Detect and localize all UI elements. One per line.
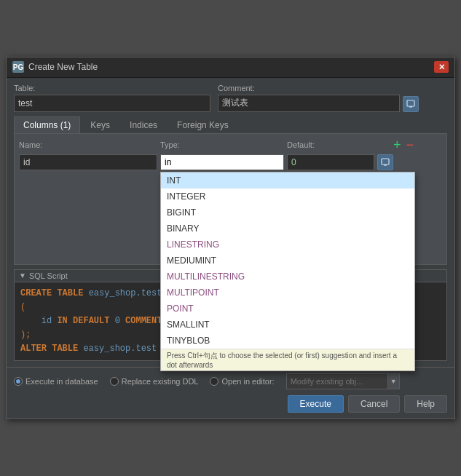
help-button[interactable]: Help xyxy=(404,395,447,413)
radio-execute-in-db-circle xyxy=(14,377,23,386)
radio-open-editor[interactable]: Open in editor: xyxy=(210,377,274,386)
tab-foreign-keys[interactable]: Foreign Keys xyxy=(168,116,238,133)
autocomplete-item-3[interactable]: BINARY xyxy=(161,221,414,237)
autocomplete-item-2[interactable]: BIGINT xyxy=(161,205,414,221)
sql-title: SQL Script xyxy=(29,271,68,280)
dialog-body: Table: Comment: Columns (1) Keys Indices… xyxy=(7,78,454,368)
close-button[interactable]: ✕ xyxy=(434,61,449,73)
autocomplete-dropdown: INT INTEGER BIGINT BINARY LINESTRING MED… xyxy=(160,172,415,371)
execute-button[interactable]: Execute xyxy=(288,395,344,413)
svg-rect-0 xyxy=(407,100,414,106)
column-row-0: INT INTEGER BIGINT BINARY LINESTRING MED… xyxy=(19,154,442,170)
modify-input-group: ▼ xyxy=(286,373,400,389)
sql-arrow-icon: ▼ xyxy=(19,271,26,279)
comment-input[interactable] xyxy=(218,95,400,112)
tab-keys[interactable]: Keys xyxy=(81,116,119,133)
name-col-label: Name: xyxy=(19,140,157,149)
radio-open-editor-circle xyxy=(210,377,218,386)
add-column-button[interactable]: + xyxy=(392,138,403,151)
radio-execute-in-db[interactable]: Execute in database xyxy=(14,377,98,386)
column-header-row: Name: Type: Default: + − xyxy=(19,138,442,151)
radio-replace-ddl[interactable]: Replace existing DDL xyxy=(110,377,199,386)
radio-open-editor-label: Open in editor: xyxy=(221,377,274,386)
button-row: Execute Cancel Help xyxy=(14,395,447,413)
title-bar-left: PG Create New Table xyxy=(12,61,98,73)
bottom-section: Execute in database Replace existing DDL… xyxy=(7,367,454,419)
table-label: Table: xyxy=(14,84,210,92)
tab-columns[interactable]: Columns (1) xyxy=(14,116,80,133)
col-name-input[interactable] xyxy=(19,154,157,170)
pg-icon: PG xyxy=(12,61,24,73)
tab-indices[interactable]: Indices xyxy=(120,116,167,133)
autocomplete-item-0[interactable]: INT xyxy=(161,172,414,189)
col-type-input[interactable] xyxy=(160,154,284,170)
radio-replace-ddl-circle xyxy=(110,377,119,386)
tab-content-columns: Name: Type: Default: + − INT xyxy=(14,134,447,265)
type-col-label: Type: xyxy=(160,140,284,149)
radio-execute-in-db-label: Execute in database xyxy=(25,377,98,386)
remove-column-button[interactable]: − xyxy=(405,138,416,151)
modify-existing-input[interactable] xyxy=(286,373,388,389)
comment-row xyxy=(218,95,419,112)
tabs-bar: Columns (1) Keys Indices Foreign Keys xyxy=(14,116,447,134)
col-comment-btn[interactable] xyxy=(377,154,393,170)
comment-field-group: Comment: xyxy=(218,84,419,112)
table-input[interactable] xyxy=(14,95,210,112)
autocomplete-item-1[interactable]: INTEGER xyxy=(161,189,414,205)
autocomplete-item-7[interactable]: MULTIPOINT xyxy=(161,285,414,301)
default-col-label: Default: xyxy=(287,140,389,149)
autocomplete-item-5[interactable]: MEDIUMINT xyxy=(161,253,414,269)
autocomplete-item-9[interactable]: SMALLINT xyxy=(161,317,414,333)
radio-options-row: Execute in database Replace existing DDL… xyxy=(14,373,447,389)
comment-label: Comment: xyxy=(218,84,419,92)
title-bar: PG Create New Table ✕ xyxy=(7,57,454,78)
cancel-button[interactable]: Cancel xyxy=(348,395,400,413)
create-table-dialog: PG Create New Table ✕ Table: Comment: xyxy=(6,57,455,420)
col-default-input[interactable] xyxy=(287,154,374,170)
autocomplete-item-6[interactable]: MULTILINESTRING xyxy=(161,269,414,285)
autocomplete-item-4[interactable]: LINESTRING xyxy=(161,237,414,253)
dialog-title: Create New Table xyxy=(28,62,98,72)
top-fields-row: Table: Comment: xyxy=(14,84,447,112)
modify-dropdown-arrow[interactable]: ▼ xyxy=(388,373,400,389)
svg-rect-3 xyxy=(382,159,389,164)
column-header-actions: + − xyxy=(392,138,415,151)
autocomplete-item-10[interactable]: TINYBLOB xyxy=(161,333,414,349)
autocomplete-hint: Press Ctrl+句点 to choose the selected (or… xyxy=(161,349,414,370)
table-field-group: Table: xyxy=(14,84,210,112)
comment-icon-btn[interactable] xyxy=(403,96,419,112)
radio-replace-ddl-label: Replace existing DDL xyxy=(122,377,199,386)
autocomplete-item-8[interactable]: POINT xyxy=(161,301,414,317)
